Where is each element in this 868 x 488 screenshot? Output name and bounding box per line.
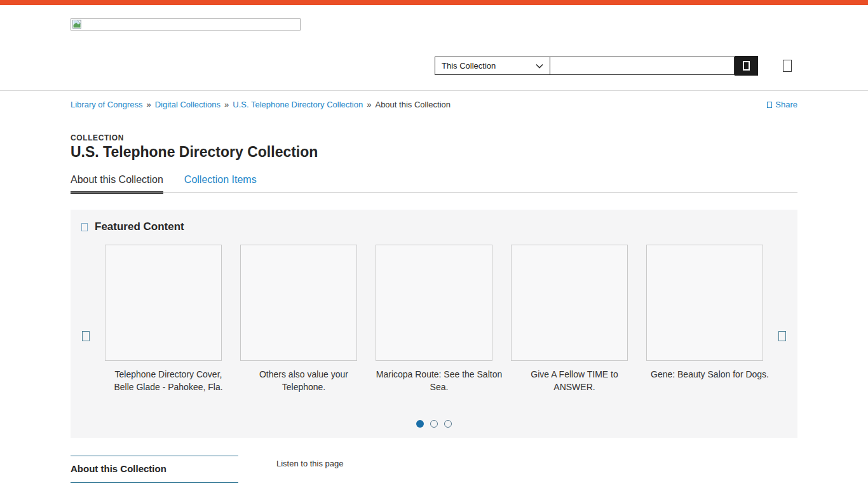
featured-content-section: Featured Content Telephone Directory Cov… <box>71 210 797 438</box>
header-search: This Collection <box>435 57 758 76</box>
page-side-nav: About this Collection <box>71 456 238 483</box>
chevron-down-icon <box>536 64 543 69</box>
tab-collection-items[interactable]: Collection Items <box>184 174 257 194</box>
breadcrumb-link-collection[interactable]: U.S. Telephone Directory Collection <box>233 100 363 109</box>
card-caption: Others also value your Telephone. <box>240 368 367 393</box>
card-caption: Telephone Directory Cover, Belle Glade -… <box>105 368 232 393</box>
carousel-pagination <box>71 420 797 428</box>
next-arrow-icon <box>778 331 786 341</box>
breadcrumb: Library of Congress » Digital Collection… <box>71 100 797 109</box>
search-scope-value: This Collection <box>442 61 496 71</box>
share-icon <box>767 102 772 108</box>
card-image-placeholder <box>646 245 763 361</box>
featured-card[interactable]: Maricopa Route: See the Salton Sea. <box>376 245 492 393</box>
card-image-placeholder <box>105 245 222 361</box>
listen-to-page-button[interactable]: Listen to this page <box>276 459 344 468</box>
broken-image-icon <box>72 20 81 29</box>
breadcrumb-separator: » <box>146 100 151 109</box>
carousel-dot-1[interactable] <box>416 420 424 428</box>
breadcrumb-link-library-of-congress[interactable]: Library of Congress <box>71 100 142 109</box>
carousel-dot-2[interactable] <box>430 420 438 428</box>
carousel-dot-3[interactable] <box>444 420 452 428</box>
tab-about-this-collection[interactable]: About this Collection <box>71 174 163 194</box>
top-accent-bar <box>0 0 868 5</box>
card-caption: Gene: Beauty Salon for Dogs. <box>646 368 773 381</box>
site-header: This Collection <box>0 5 868 91</box>
card-image-placeholder <box>376 245 492 361</box>
search-icon <box>743 61 750 71</box>
gallery-icon <box>81 223 88 231</box>
menu-button[interactable] <box>782 60 792 73</box>
search-button[interactable] <box>735 56 758 76</box>
share-label: Share <box>775 100 797 109</box>
side-nav-item-about[interactable]: About this Collection <box>71 463 238 474</box>
loc-logo-broken-image[interactable] <box>71 18 301 30</box>
search-input[interactable] <box>550 57 735 75</box>
card-image-placeholder <box>240 245 357 361</box>
breadcrumb-separator: » <box>224 100 229 109</box>
menu-icon <box>783 60 792 72</box>
featured-card[interactable]: Others also value your Telephone. <box>240 245 357 393</box>
breadcrumb-link-digital-collections[interactable]: Digital Collections <box>155 100 220 109</box>
breadcrumb-current-page: About this Collection <box>375 100 451 109</box>
search-scope-select[interactable]: This Collection <box>435 57 550 75</box>
carousel-next-button[interactable] <box>778 331 786 343</box>
breadcrumb-separator: » <box>367 100 371 109</box>
tabs-divider <box>71 193 797 193</box>
card-caption: Maricopa Route: See the Salton Sea. <box>376 368 503 393</box>
featured-cards: Telephone Directory Cover, Belle Glade -… <box>71 245 797 393</box>
featured-content-heading: Featured Content <box>95 220 184 233</box>
card-caption: Give A Fellow TIME to ANSWER. <box>511 368 638 393</box>
collection-tabs: About this Collection Collection Items <box>71 174 257 194</box>
page-title: U.S. Telephone Directory Collection <box>71 144 318 161</box>
featured-card[interactable]: Telephone Directory Cover, Belle Glade -… <box>105 245 222 393</box>
featured-card[interactable]: Give A Fellow TIME to ANSWER. <box>511 245 628 393</box>
collection-kicker: COLLECTION <box>71 133 124 142</box>
card-image-placeholder <box>511 245 628 361</box>
share-button[interactable]: Share <box>767 100 797 109</box>
featured-card[interactable]: Gene: Beauty Salon for Dogs. <box>646 245 763 393</box>
featured-content-header: Featured Content <box>81 220 184 233</box>
